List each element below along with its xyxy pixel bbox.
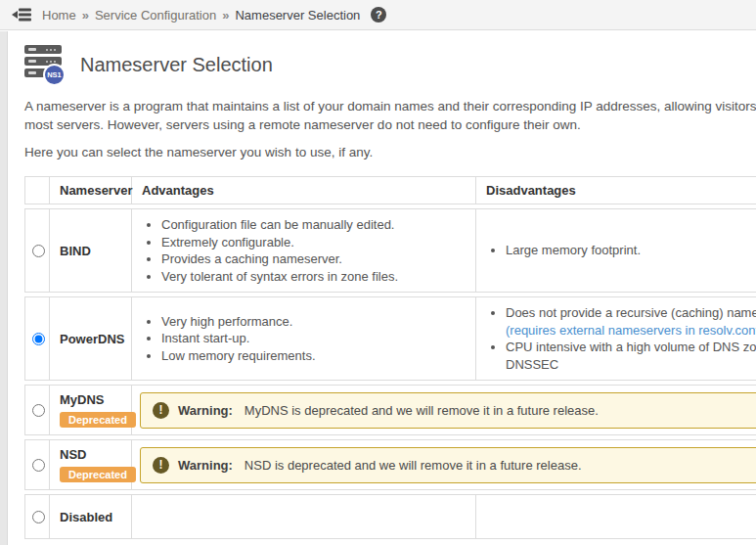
- page-title: Nameserver Selection: [80, 54, 273, 76]
- page-header: NS1 Nameserver Selection: [24, 45, 756, 84]
- table-row-mydns: MyDNS Deprecated ! Warning: MyDNS is dep…: [24, 385, 756, 435]
- nameserver-icon: NS1: [24, 45, 66, 84]
- sidebar-collapse-icon[interactable]: [10, 6, 33, 23]
- breadcrumb-home-link[interactable]: Home: [42, 8, 76, 23]
- advantage-item: Very high performance.: [161, 313, 466, 331]
- deprecated-badge: Deprecated: [60, 412, 136, 428]
- disadvantage-text: Does not provide a recursive (caching) n…: [506, 305, 756, 320]
- resolv-conf-link[interactable]: (requires external nameservers in resolv…: [506, 323, 756, 338]
- nameserver-name: BIND: [50, 208, 132, 293]
- nameserver-name: MyDNS: [60, 392, 121, 407]
- disadvantages-column-header: Disadvantages: [476, 176, 756, 204]
- intro-line-2: most servers. However, servers using a r…: [24, 115, 756, 134]
- ns1-badge-icon: NS1: [43, 64, 66, 86]
- advantage-item: Low memory requirements.: [161, 347, 466, 365]
- breadcrumb-service-configuration-link[interactable]: Service Configuration: [95, 8, 216, 23]
- select-hint-text: Here you can select the nameserver you w…: [24, 145, 756, 159]
- warning-callout: ! Warning: MyDNS is deprecated and we wi…: [140, 392, 756, 429]
- warning-message: MyDNS is deprecated and we will remove i…: [245, 403, 599, 418]
- warning-label: Warning:: [178, 458, 233, 473]
- breadcrumb: Home » Service Configuration » Nameserve…: [42, 8, 360, 23]
- table-row-powerdns: PowerDNS Very high performance. Instant …: [24, 296, 756, 381]
- main-content: NS1 Nameserver Selection A nameserver is…: [24, 37, 756, 545]
- top-navigation-bar: Home » Service Configuration » Nameserve…: [0, 0, 756, 30]
- nameserver-table: Nameserver Advantages Disadvantages BIND…: [24, 172, 756, 543]
- table-row-nsd: NSD Deprecated ! Warning: NSD is depreca…: [24, 439, 756, 490]
- breadcrumb-current-page: Nameserver Selection: [235, 8, 360, 23]
- bind-advantages: Configuration file can be manually edite…: [132, 208, 476, 293]
- powerdns-radio[interactable]: [32, 333, 45, 345]
- disabled-radio[interactable]: [32, 511, 45, 523]
- table-row-bind: BIND Configuration file can be manually …: [24, 208, 756, 293]
- disadvantage-item: Does not provide a recursive (caching) n…: [506, 304, 756, 339]
- advantages-column-header: Advantages: [132, 176, 476, 204]
- mydns-warning-cell: ! Warning: MyDNS is deprecated and we wi…: [132, 385, 756, 435]
- disabled-disadvantages-empty: [476, 494, 756, 539]
- table-header-row: Nameserver Advantages Disadvantages: [24, 176, 756, 204]
- deprecated-badge: Deprecated: [60, 467, 136, 482]
- mydns-radio[interactable]: [32, 404, 45, 417]
- advantage-item: Extremely configurable.: [161, 234, 466, 251]
- breadcrumb-separator: »: [82, 8, 89, 23]
- warning-message: NSD is deprecated and we will remove it …: [245, 458, 582, 473]
- bind-radio[interactable]: [32, 245, 45, 257]
- breadcrumb-separator: »: [222, 8, 229, 23]
- help-icon[interactable]: ?: [371, 7, 386, 23]
- intro-line-1: A nameserver is a program that maintains…: [24, 97, 756, 115]
- nameserver-name: NSD: [60, 447, 121, 462]
- warning-icon: !: [153, 402, 169, 419]
- radio-column-header: [24, 176, 50, 204]
- table-row-disabled: Disabled: [24, 494, 756, 539]
- warning-icon: !: [153, 457, 169, 474]
- nameserver-name-cell: NSD Deprecated: [50, 439, 132, 490]
- advantage-item: Instant start-up.: [161, 330, 466, 347]
- nameserver-name-cell: MyDNS Deprecated: [50, 385, 132, 435]
- powerdns-disadvantages: Does not provide a recursive (caching) n…: [476, 296, 756, 381]
- intro-paragraph: A nameserver is a program that maintains…: [24, 97, 756, 134]
- warning-label: Warning:: [178, 403, 233, 418]
- nsd-warning-cell: ! Warning: NSD is deprecated and we will…: [132, 439, 756, 490]
- powerdns-advantages: Very high performance. Instant start-up.…: [132, 296, 476, 381]
- collapsed-sidebar-strip[interactable]: [0, 31, 8, 545]
- nsd-radio[interactable]: [32, 459, 45, 472]
- nameserver-name: PowerDNS: [50, 296, 132, 381]
- disabled-advantages-empty: [132, 494, 476, 539]
- disadvantage-item: Large memory footprint.: [506, 242, 756, 259]
- bind-disadvantages: Large memory footprint.: [476, 208, 756, 293]
- warning-callout: ! Warning: NSD is deprecated and we will…: [140, 447, 756, 483]
- collapse-arrow-bars-icon: [12, 8, 31, 22]
- advantage-item: Very tolerant of syntax errors in zone f…: [161, 268, 466, 286]
- nameserver-name: Disabled: [50, 494, 132, 539]
- advantage-item: Provides a caching nameserver.: [161, 250, 466, 268]
- advantage-item: Configuration file can be manually edite…: [161, 216, 466, 234]
- nameserver-column-header: Nameserver: [50, 176, 132, 204]
- disadvantage-item: CPU intensive with a high volume of DNS …: [506, 339, 756, 373]
